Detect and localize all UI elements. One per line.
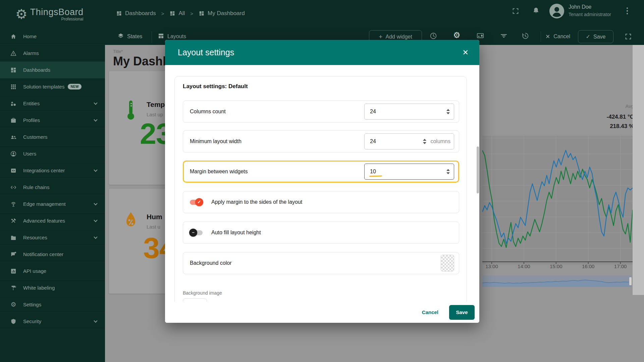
number-stepper[interactable]	[446, 108, 450, 115]
user-info[interactable]: John Doe Tenant administrator	[569, 4, 611, 17]
sidebar-item-notification-center[interactable]: Notification center	[0, 246, 105, 263]
fullscreen-button[interactable]	[512, 7, 519, 16]
notification-icon	[10, 251, 17, 258]
min-layout-width-input[interactable]: 24 columns	[364, 133, 454, 149]
version-history-icon[interactable]	[521, 32, 529, 41]
columns-count-input[interactable]: 24	[364, 104, 454, 120]
breadcrumb-item-all[interactable]: All	[169, 10, 185, 17]
humidity-avg-value: 218.43 %	[610, 123, 634, 130]
sidebar-item-home[interactable]: Home	[0, 28, 105, 45]
top-header: Dashboards > All > My Dashboard John Doe…	[105, 0, 644, 28]
temperature-avg-value: -424.81 °C	[607, 114, 634, 120]
sidebar-item-label: Users	[23, 151, 36, 157]
user-name: John Doe	[569, 4, 611, 10]
dashboards-icon	[10, 67, 17, 73]
save-button[interactable]: Save	[449, 305, 475, 320]
sidebar-item-security[interactable]: Security	[0, 313, 105, 330]
dashboards-icon	[169, 10, 175, 16]
chevron-down-icon	[94, 235, 97, 239]
layers-icon	[117, 33, 124, 41]
cancel-edit-button[interactable]: ✕ Cancel	[545, 28, 570, 45]
states-button[interactable]: States	[117, 28, 142, 45]
timeseries-plot	[482, 136, 633, 264]
sidebar-item-users[interactable]: Users	[0, 145, 105, 162]
sidebar-item-dashboards[interactable]: Dashboards	[0, 62, 105, 78]
layout-settings-card: Layout settings: Default Columns count 2…	[174, 76, 467, 323]
sidebar-item-white-labeling[interactable]: White labeling	[0, 280, 105, 296]
margin-between-widgets-input[interactable]: 10	[364, 164, 454, 180]
sidebar-item-integrations-center[interactable]: Integrations center	[0, 162, 105, 179]
auto-fill-toggle[interactable]: −	[190, 230, 203, 235]
series-line	[482, 150, 633, 247]
customers-icon	[10, 134, 17, 140]
sidebar-item-label: Advanced features	[23, 218, 65, 224]
columns-count-row: Columns count 24	[183, 101, 459, 123]
chart-navigator[interactable]	[482, 276, 632, 287]
sidebar-item-customers[interactable]: Customers	[0, 129, 105, 145]
kebab-menu-icon[interactable]: ⋮	[623, 6, 631, 15]
sidebar-item-label: White labeling	[23, 285, 55, 291]
breadcrumb-item-my-dashboard[interactable]: My Dashboard	[199, 10, 245, 17]
x-tick-label: 17:00	[610, 263, 631, 269]
apply-margin-toggle[interactable]: ✓	[190, 200, 203, 205]
x-tick-label: 16:00	[578, 263, 598, 269]
dashboards-icon	[199, 10, 205, 16]
notifications-bell-icon[interactable]	[532, 7, 540, 16]
check-icon: ✓	[586, 34, 590, 40]
navigator-handle[interactable]	[629, 277, 632, 286]
app-logo[interactable]: ⚙ ThingsBoard Professional	[0, 0, 105, 28]
dialog-footer: Cancel Save	[165, 302, 479, 323]
sidebar-item-alarms[interactable]: Alarms	[0, 45, 105, 62]
apps-grid-icon	[10, 83, 17, 90]
chevron-down-icon	[94, 168, 97, 172]
toggle-label: Apply margin to the sides of the layout	[211, 199, 454, 205]
dialog-scrollbar-thumb[interactable]	[477, 146, 479, 193]
navigator-preview	[482, 276, 632, 287]
title-field-label: Title*	[113, 49, 123, 54]
bar-chart-icon	[10, 268, 17, 275]
sidebar-item-label: Solution templates	[23, 84, 64, 89]
integrations-icon	[10, 167, 17, 174]
entities-icon	[10, 100, 17, 107]
sidebar-item-edge-management[interactable]: Edge management	[0, 196, 105, 213]
number-stepper[interactable]	[446, 168, 450, 175]
close-icon[interactable]: ✕	[461, 47, 471, 58]
field-label: Minimum layout width	[190, 138, 364, 144]
breadcrumb-item-dashboards[interactable]: Dashboards	[116, 10, 156, 17]
sidebar-item-label: Dashboards	[23, 67, 50, 73]
sidebar-item-rule-chains[interactable]: Rule chains	[0, 179, 105, 196]
dashboard-scrollbar-track[interactable]	[633, 45, 644, 295]
filter-icon[interactable]	[500, 32, 508, 41]
number-stepper[interactable]	[422, 138, 427, 145]
tools-icon	[10, 218, 17, 224]
sidebar-item-label: API usage	[23, 268, 46, 274]
sidebar-item-entities[interactable]: Entities	[0, 95, 105, 112]
field-suffix: columns	[430, 138, 450, 144]
save-dashboard-button[interactable]: ✓ Save	[578, 30, 613, 43]
user-circle-icon	[10, 150, 17, 157]
sidebar-item-api-usage[interactable]: API usage	[0, 263, 105, 280]
sidebar-item-solution-templates[interactable]: Solution templates NEW	[0, 78, 105, 95]
sidebar-item-label: Alarms	[23, 50, 39, 56]
sidebar-item-resources[interactable]: Resources	[0, 229, 105, 246]
fullscreen-button[interactable]	[625, 33, 632, 42]
cancel-button[interactable]: Cancel	[421, 307, 440, 318]
chevron-down-icon	[94, 218, 97, 222]
chevron-down-icon	[94, 201, 97, 205]
paint-roller-icon	[10, 285, 17, 291]
antenna-icon	[10, 201, 17, 207]
sidebar-item-settings[interactable]: ⚙ Settings	[0, 296, 105, 313]
color-swatch-button[interactable]	[441, 255, 454, 272]
sidebar-item-label: Security	[23, 318, 41, 324]
sidebar-item-profiles[interactable]: Profiles	[0, 112, 105, 129]
sidebar-item-label: Home	[23, 34, 37, 39]
chevron-down-icon	[94, 118, 97, 121]
folder-icon	[10, 234, 17, 241]
sidebar-item-advanced-features[interactable]: Advanced features	[0, 213, 105, 229]
breadcrumb-separator: >	[161, 11, 164, 16]
avatar[interactable]	[549, 4, 564, 20]
dashboard-settings-gear-icon[interactable]: ⚙	[453, 31, 461, 40]
field-label: Background color	[190, 260, 441, 266]
widget-title: Temp	[147, 101, 165, 109]
x-tick-label: 13:00	[482, 263, 502, 269]
